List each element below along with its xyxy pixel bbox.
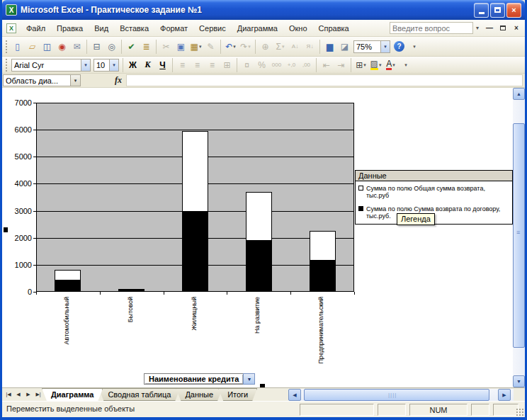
insert-function-button[interactable]: fx [110,75,126,86]
bar-segment-white[interactable] [310,231,336,261]
ask-question-input[interactable] [390,22,473,34]
scroll-up-button[interactable]: ▲ [513,88,525,100]
workbook-restore-button[interactable] [497,23,509,33]
drawing-icon[interactable]: ◪ [337,40,352,54]
menu-item-window[interactable]: Окно [283,21,313,35]
bar-segment-black[interactable] [182,212,208,292]
open-folder-icon[interactable]: ▱ [25,40,40,54]
close-button[interactable]: × [506,3,521,18]
last-sheet-button[interactable]: ▶| [33,390,43,400]
autosum-icon[interactable]: Σ▾ [273,40,288,54]
toolbar-drag-handle[interactable] [5,58,8,72]
resize-grip[interactable] [515,407,524,416]
bar-segment-black[interactable] [246,241,272,292]
research-icon[interactable]: ≣ [139,40,154,54]
hyperlink-icon[interactable]: ⊕ [258,40,273,54]
prev-sheet-button[interactable]: ◀ [13,390,23,400]
sheet-tab-diagram[interactable]: Диаграмма [42,388,103,401]
font-color-icon[interactable]: А▾ [383,58,398,72]
name-box[interactable]: Область диа... [3,74,71,86]
font-name-combo[interactable]: Arial Cyr ▾ [11,59,91,72]
chart-wizard-icon[interactable]: ▆ [322,40,337,54]
first-sheet-button[interactable]: |◀ [4,390,13,400]
permission-icon[interactable]: ◉ [55,40,69,54]
increase-decimal-icon[interactable]: +,0 [284,58,299,72]
chart-area[interactable]: Данные Сумма по полю Общая сумма возврат… [2,88,515,387]
name-box-dropdown-icon[interactable]: ▾ [71,74,81,86]
print-preview-icon[interactable]: ◎ [104,40,119,54]
bar-segment-black[interactable] [310,261,336,292]
menu-item-tools[interactable]: Сервис [193,21,232,35]
selection-handle[interactable] [4,227,8,232]
font-size-combo[interactable]: 10 ▾ [94,59,119,72]
font-name-dropdown-icon[interactable]: ▾ [81,59,90,71]
align-right-icon[interactable]: ≡ [205,58,220,72]
italic-icon[interactable]: К [140,58,155,72]
toolbar-options-button[interactable]: ▾ [398,58,413,72]
currency-icon[interactable]: ¤ [239,58,254,72]
underline-icon[interactable]: Ч [155,58,170,72]
scroll-left-button[interactable]: ◀ [288,389,301,401]
print-icon[interactable]: ⊟ [89,40,104,54]
increase-indent-icon[interactable]: ⇥ [334,58,348,72]
borders-icon[interactable]: ⊞▾ [353,58,368,72]
scroll-right-button[interactable]: ▶ [498,389,511,401]
spelling-icon[interactable]: ✔ [124,40,139,54]
bold-icon[interactable]: Ж [125,58,140,72]
sheet-tab-results[interactable]: Итоги [218,388,257,401]
menu-item-format[interactable]: Формат [154,21,193,35]
merge-center-icon[interactable]: ⊞ [220,58,234,72]
vertical-scrollbar-thumb[interactable] [513,123,525,348]
horizontal-scrollbar[interactable]: ◀ ▶ [288,389,514,401]
align-left-icon[interactable]: ≡ [175,58,190,72]
toolbar-drag-handle[interactable] [5,40,8,54]
workbook-close-button[interactable]: × [511,23,522,33]
formula-input[interactable] [126,74,523,86]
percent-icon[interactable]: % [254,58,269,72]
align-center-icon[interactable]: ≡ [190,58,205,72]
menu-item-help[interactable]: Справка [313,21,355,35]
decrease-indent-icon[interactable]: ⇤ [319,58,334,72]
menu-item-file[interactable]: Файл [21,21,51,35]
menu-item-chart[interactable]: Диаграмма [232,21,283,35]
menu-item-view[interactable]: Вид [89,21,114,35]
horizontal-scrollbar-thumb[interactable] [304,389,489,401]
bar-segment-white[interactable] [118,289,144,290]
toolbar-options-button[interactable]: ▾ [407,40,421,54]
menu-item-insert[interactable]: Вставка [114,21,154,35]
next-sheet-button[interactable]: ▶ [23,390,33,400]
legend-entry[interactable]: Сумма по полю Общая сумма возврата, тыс.… [358,185,509,199]
redo-icon[interactable]: ↷▾ [238,40,253,54]
paste-icon[interactable]: ▦▾ [188,40,203,54]
ask-question-dropdown-icon[interactable]: ▾ [473,25,482,31]
minimize-button[interactable] [474,3,489,18]
fill-color-icon[interactable]: ▨▾ [368,58,383,72]
pivot-field-button[interactable]: Наименование кредита ▼ [144,373,255,385]
bar-segment-black[interactable] [55,280,81,292]
cut-icon[interactable]: ✂ [159,40,174,54]
sort-ascending-icon[interactable]: А↓ [288,40,302,54]
undo-icon[interactable]: ↶▾ [223,40,238,54]
workbook-minimize-button[interactable]: — [484,23,495,33]
bar-segment-white[interactable] [55,270,81,280]
save-icon[interactable]: ◫ [40,40,55,54]
new-document-icon[interactable]: ▯ [10,40,25,54]
thousands-icon[interactable]: 000 [269,58,284,72]
sheet-tab-pivot-table[interactable]: Сводная таблица [98,388,180,401]
help-button[interactable]: ? [392,40,407,54]
sort-descending-icon[interactable]: Я↓ [302,40,317,54]
menu-item-edit[interactable]: Правка [51,21,89,35]
bar-segment-white[interactable] [182,131,208,212]
decrease-decimal-icon[interactable]: ,00 [299,58,314,72]
scroll-down-button[interactable]: ▼ [513,375,525,387]
email-icon[interactable]: ✉ [69,40,84,54]
pivot-field-dropdown-icon[interactable]: ▼ [243,373,255,385]
font-size-dropdown-icon[interactable]: ▾ [109,59,118,71]
maximize-button[interactable] [490,3,505,18]
format-painter-icon[interactable]: ✎ [203,40,218,54]
vertical-scrollbar[interactable]: ▲ ▼ [513,88,525,387]
zoom-combo[interactable]: 75% ▾ [353,40,390,53]
copy-icon[interactable]: ▣ [174,40,188,54]
zoom-dropdown-icon[interactable]: ▾ [380,41,390,52]
bar-segment-white[interactable] [246,192,272,241]
